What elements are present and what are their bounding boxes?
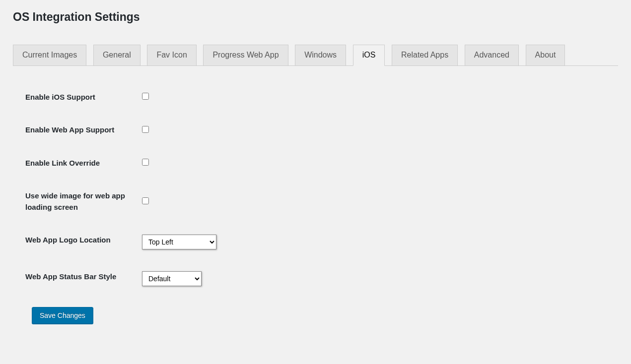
label-enable-web-app-support: Enable Web App Support	[13, 114, 137, 147]
checkbox-enable-ios-support[interactable]	[142, 93, 149, 100]
checkbox-enable-link-override[interactable]	[142, 159, 149, 166]
checkbox-enable-web-app-support[interactable]	[142, 126, 149, 133]
select-logo-location[interactable]: Top Left	[142, 235, 216, 249]
row-enable-web-app-support: Enable Web App Support	[13, 114, 618, 147]
label-status-bar-style: Web App Status Bar Style	[13, 260, 137, 297]
label-enable-ios-support: Enable iOS Support	[13, 81, 137, 114]
tab-progress-web-app[interactable]: Progress Web App	[203, 45, 288, 66]
tab-fav-icon[interactable]: Fav Icon	[147, 45, 196, 66]
submit-row: Save Changes	[13, 297, 618, 334]
checkbox-use-wide-image[interactable]	[142, 197, 149, 204]
label-use-wide-image: Use wide image for web app loading scree…	[13, 180, 137, 224]
row-enable-ios-support: Enable iOS Support	[13, 81, 618, 114]
row-enable-link-override: Enable Link Override	[13, 147, 618, 180]
settings-page: OS Integration Settings Current Images G…	[0, 0, 631, 344]
tab-general[interactable]: General	[93, 45, 140, 66]
tab-advanced[interactable]: Advanced	[465, 45, 519, 66]
label-enable-link-override: Enable Link Override	[13, 147, 137, 180]
label-logo-location: Web App Logo Location	[13, 224, 137, 260]
tab-ios[interactable]: iOS	[353, 45, 385, 66]
tab-windows[interactable]: Windows	[295, 45, 346, 66]
row-status-bar-style: Web App Status Bar Style Default	[13, 260, 618, 297]
save-button[interactable]: Save Changes	[32, 307, 93, 324]
row-logo-location: Web App Logo Location Top Left	[13, 224, 618, 260]
tab-related-apps[interactable]: Related Apps	[392, 45, 458, 66]
tab-nav: Current Images General Fav Icon Progress…	[13, 45, 618, 66]
tab-about[interactable]: About	[526, 45, 565, 66]
page-title: OS Integration Settings	[13, 10, 618, 25]
select-status-bar-style[interactable]: Default	[142, 271, 202, 286]
tab-current-images[interactable]: Current Images	[13, 45, 86, 66]
row-use-wide-image: Use wide image for web app loading scree…	[13, 180, 618, 224]
settings-form: Enable iOS Support Enable Web App Suppor…	[13, 81, 618, 298]
